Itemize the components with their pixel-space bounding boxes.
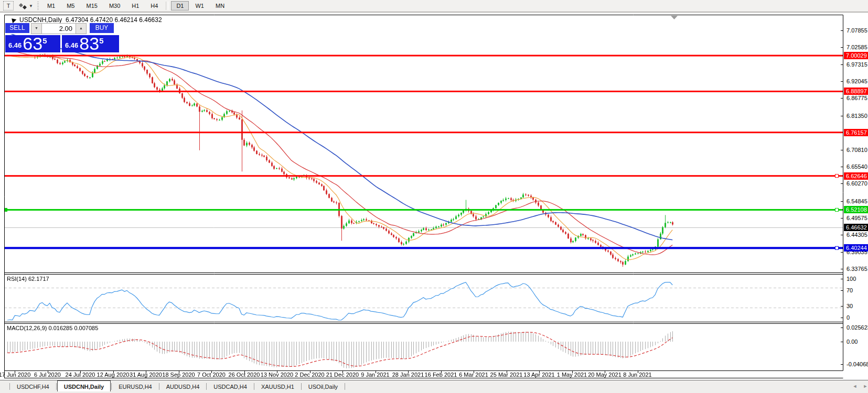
- toolbar-separator: [166, 2, 168, 10]
- buy-price-big-digits: 83: [79, 36, 99, 51]
- tab-usdcad-h4[interactable]: USDCAD,H4: [207, 381, 253, 391]
- timeframe-button-w1[interactable]: W1: [190, 1, 209, 10]
- date-axis-label: 20 May 2021: [588, 372, 621, 378]
- tab-usoil-daily[interactable]: USOil,Daily: [302, 381, 344, 391]
- volume-decrease-button[interactable]: ▼: [31, 23, 42, 34]
- tab-usdchf-h4[interactable]: USDCHF,H4: [10, 381, 56, 391]
- chart-symbol-label: USDCNH,Daily: [19, 16, 62, 24]
- buy-price-small: 6.46: [65, 41, 78, 49]
- tab-xauusd-h1[interactable]: XAUUSD,H1: [255, 381, 301, 391]
- rsi-axis-tick: 70: [846, 287, 853, 294]
- rsi-axis-tick: 0: [846, 314, 850, 321]
- price-axis-tick: 6.33765: [846, 265, 867, 272]
- sell-price-pip: 5: [42, 36, 47, 45]
- date-axis-label: 18 Sep 2020: [162, 372, 195, 378]
- timeframe-button-d1[interactable]: D1: [171, 1, 189, 10]
- volume-input[interactable]: [42, 23, 76, 34]
- rsi-axis-tick: 30: [846, 302, 853, 310]
- chart-tab-bar: USDCHF,H4USDCNH,DailyEURUSD,H4AUDUSD,H4U…: [0, 380, 868, 391]
- macd-axis-tick: -0.040687: [846, 361, 868, 368]
- collapse-arrow-icon[interactable]: [10, 17, 17, 24]
- price-line-label: 6.62646: [844, 172, 868, 180]
- date-axis-label: 13 Nov 2020: [261, 372, 293, 378]
- tab-separator: [9, 383, 10, 390]
- mt4-window: T ▼ M1M5M15M30H1H4D1W1MN USDCNH,Daily 6.…: [0, 0, 868, 393]
- price-axis-tick: 6.86775: [846, 94, 867, 102]
- text-label-tool-icon[interactable]: T: [3, 1, 14, 10]
- macd-label: MACD(12,26,9) 0.016285 0.007085: [7, 325, 98, 331]
- macd-axis-tick: 0.025623: [846, 324, 868, 331]
- price-line-label: 7.00029: [844, 52, 868, 59]
- date-axis-label: 24 Jul 2020: [66, 372, 95, 378]
- volume-increase-button[interactable]: ▲: [76, 23, 87, 34]
- tab-usdcnh-daily[interactable]: USDCNH,Daily: [57, 380, 111, 391]
- rsi-label: RSI(14) 62.1717: [7, 276, 49, 282]
- timeframe-button-mn[interactable]: MN: [210, 1, 230, 10]
- tab-eurusd-h4[interactable]: EURUSD,H4: [112, 381, 158, 391]
- price-axis-tick: 6.60270: [846, 180, 867, 187]
- date-axis-label: 2 Dec 2020: [295, 372, 324, 378]
- price-axis-tick: 6.54845: [846, 198, 867, 205]
- price-axis-tick: 6.97315: [846, 61, 867, 68]
- date-axis-label: 31 Aug 2020: [130, 372, 162, 378]
- tab-scroll-left-button[interactable]: ◄: [852, 383, 858, 389]
- buy-price-display[interactable]: 6.46 83 5: [62, 35, 119, 52]
- timeframe-button-m5[interactable]: M5: [61, 1, 80, 10]
- tab-separator: [159, 383, 159, 390]
- price-line-label: 6.76157: [844, 129, 868, 136]
- shapes-icon: [19, 3, 27, 9]
- timeframe-button-m30[interactable]: M30: [104, 1, 125, 10]
- tab-separator: [301, 383, 302, 390]
- date-axis-label: 6 Mar 2021: [459, 372, 488, 378]
- timeframe-button-m15[interactable]: M15: [81, 1, 102, 10]
- buy-button[interactable]: BUY: [90, 23, 114, 34]
- tab-separator: [56, 383, 57, 390]
- macd-axis-tick: 0.00: [846, 338, 858, 345]
- ohlc-high: 6.47420: [90, 16, 113, 24]
- tab-audusd-h4[interactable]: AUDUSD,H4: [160, 381, 206, 391]
- tab-separator: [345, 383, 345, 390]
- date-axis-label: 9 Jan 2021: [361, 372, 389, 378]
- price-line-label: 6.52108: [844, 206, 868, 213]
- date-axis-label: 21 Dec 2020: [326, 372, 359, 378]
- date-axis-label: 8 Jun 2021: [623, 372, 651, 378]
- date-axis-label: 28 Jan 2021: [392, 372, 424, 378]
- tab-separator: [206, 383, 207, 390]
- drawing-tools-dropdown[interactable]: ▼: [19, 3, 33, 9]
- chevron-down-icon: ▼: [29, 4, 33, 8]
- sell-price-display[interactable]: 6.46 63 5: [5, 35, 60, 52]
- ohlc-low: 6.46214: [114, 16, 137, 24]
- tab-scroll-right-button[interactable]: ►: [862, 383, 868, 389]
- price-axis-tick: 6.49575: [846, 214, 867, 222]
- date-axis-label: 7 Oct 2020: [197, 372, 226, 378]
- price-axis-tick: 6.44305: [846, 231, 867, 238]
- price-line-label: 6.88897: [844, 88, 868, 95]
- tab-separator: [111, 383, 112, 390]
- timeframe-button-h1[interactable]: H1: [126, 1, 144, 10]
- sell-button[interactable]: SELL: [5, 23, 29, 34]
- buy-price-pip: 5: [99, 36, 103, 45]
- timeframe-button-m1[interactable]: M1: [42, 1, 60, 10]
- date-axis-label: 25 Mar 2021: [490, 372, 523, 378]
- chart-canvas[interactable]: [4, 15, 843, 378]
- price-line-label: 6.40244: [844, 244, 868, 252]
- date-axis-label: 1 May 2021: [557, 372, 587, 378]
- timeframe-button-h4[interactable]: H4: [145, 1, 163, 10]
- ohlc-close: 6.46632: [139, 16, 162, 24]
- ohlc-open: 6.47304: [66, 16, 88, 24]
- rsi-axis-tick: 100: [846, 275, 856, 282]
- price-axis-tick: 6.70810: [846, 146, 867, 154]
- sell-price-big-digits: 63: [23, 36, 42, 51]
- price-axis-tick: 7.02585: [846, 43, 867, 51]
- price-axis-tick: 7.07855: [846, 27, 867, 34]
- toolbar-grip: [37, 2, 39, 10]
- date-axis-label: 26 Oct 2020: [229, 372, 260, 378]
- date-axis-label: 6 Jul 2020: [34, 372, 61, 378]
- tab-separator: [254, 383, 254, 390]
- toolbar: T ▼ M1M5M15M30H1H4D1W1MN: [0, 0, 868, 13]
- price-axis-tick: 6.92045: [846, 78, 867, 85]
- sell-price-small: 6.46: [8, 41, 22, 49]
- price-axis-tick: 6.65540: [846, 163, 867, 170]
- price-axis-tick: 6.81350: [846, 112, 867, 119]
- date-axis-label: 13 Apr 2021: [523, 372, 554, 378]
